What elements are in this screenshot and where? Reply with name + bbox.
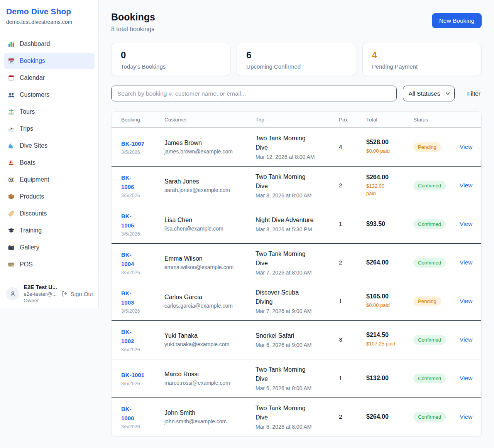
booking-link[interactable]: BK-1001	[121, 371, 144, 380]
sidebar-item-label: Equipment	[20, 176, 49, 183]
user-name: E2E Test U...	[24, 284, 56, 290]
customer-email: james.brown@example.com	[164, 148, 252, 155]
booking-date: 3/5/2026	[121, 270, 161, 275]
status-filter-select[interactable]: All Statuses	[403, 86, 455, 101]
pax-count: 1	[339, 375, 342, 381]
trip-name: Two Tank MorningDive	[255, 134, 336, 152]
total-amount: $132.00	[366, 375, 410, 382]
calendar-icon	[8, 74, 15, 81]
col-header-trip: Trip	[255, 112, 339, 128]
booking-date: 3/5/2026	[121, 308, 161, 314]
customer-name: Marco Rossi	[164, 371, 252, 378]
sidebar-item-customers[interactable]: Customers	[4, 87, 95, 103]
table-row: BK-10003/5/2026John Smithjohn.smith@exam…	[112, 397, 481, 436]
total-amount: $93.50	[366, 221, 410, 227]
view-link[interactable]: View	[460, 143, 472, 150]
table-row: BK-10033/5/2026Carlos Garciacarlos.garci…	[112, 282, 481, 320]
booking-link[interactable]: BK-1005	[121, 212, 134, 230]
sidebar-item-dashboard[interactable]: Dashboard	[4, 36, 95, 52]
sidebar-item-equipment[interactable]: Equipment	[4, 172, 95, 188]
booking-date: 3/5/2026	[121, 193, 161, 198]
customer-name: Lisa Chen	[164, 217, 252, 224]
sidebar-item-calendar[interactable]: Calendar	[4, 70, 95, 86]
trip-name: Snorkel Safari	[255, 331, 336, 340]
sidebar-item-discounts[interactable]: Discounts	[4, 205, 95, 222]
view-link[interactable]: View	[460, 182, 472, 189]
sidebar-item-boats[interactable]: Boats	[4, 155, 95, 171]
col-header-pax: Pax	[339, 112, 366, 128]
customer-name: Yuki Tanaka	[164, 332, 252, 339]
filter-button[interactable]: Filter	[467, 90, 480, 97]
col-header-total: Total	[366, 112, 413, 128]
booking-date: 3/5/2026	[121, 231, 161, 237]
customer-email: lisa.chen@example.com	[164, 226, 252, 232]
pax-count: 3	[339, 336, 342, 343]
sign-out-button[interactable]: Sign Out	[61, 290, 93, 297]
page-subtitle: 8 total bookings	[111, 26, 155, 33]
table-row: BK-10063/5/2026Sarah Jonessarah.jones@ex…	[112, 166, 481, 205]
person-icon	[9, 290, 16, 297]
total-amount: $264.00	[366, 174, 410, 181]
camera-icon	[8, 244, 15, 251]
booking-link[interactable]: BK-1006	[121, 173, 134, 192]
sidebar-item-dive-sites[interactable]: Dive Sites	[4, 138, 95, 154]
view-link[interactable]: View	[460, 413, 472, 420]
view-link[interactable]: View	[460, 259, 472, 266]
total-amount: $214.50	[366, 332, 410, 339]
sidebar-item-label: Gallery	[20, 244, 39, 251]
sidebar-item-gallery[interactable]: Gallery	[4, 239, 95, 256]
status-badge: Pending	[413, 296, 441, 306]
total-amount: $264.00	[366, 259, 410, 266]
sidebar-item-tours[interactable]: Tours	[4, 104, 95, 120]
booking-link[interactable]: BK-1007	[121, 139, 144, 148]
sidebar-item-products[interactable]: Products	[4, 189, 95, 205]
customer-email: marco.rossi@example.com	[164, 380, 252, 386]
app-root: Demo Dive Shop demo.test.divestreams.com…	[0, 0, 494, 448]
paid-amount: $0.00 paid	[366, 302, 410, 309]
booking-link[interactable]: BK-1003	[121, 289, 134, 307]
paid-amount: $107.25 paid	[366, 340, 410, 347]
sidebar-user-section: E2E Test U... e2e-tester@... Owner Sign …	[0, 279, 98, 308]
trip-datetime: Mar 7, 2026 at 8:00 AM	[255, 269, 336, 276]
sidebar-item-label: Dashboard	[20, 40, 50, 47]
trip-datetime: Mar 6, 2026 at 8:00 AM	[255, 424, 336, 430]
trip-datetime: Mar 8, 2026 at 8:00 AM	[255, 192, 336, 199]
page-header: Bookings 8 total bookings New Booking	[111, 12, 482, 33]
dive-mask-icon	[8, 176, 15, 183]
island-icon	[8, 108, 15, 115]
sidebar: Demo Dive Shop demo.test.divestreams.com…	[0, 0, 99, 308]
status-badge: Confirmed	[413, 181, 446, 190]
customer-email: sarah.jones@example.com	[164, 187, 252, 193]
view-link[interactable]: View	[460, 298, 472, 304]
customer-name: Emma Wilson	[164, 255, 252, 262]
new-booking-button[interactable]: New Booking	[432, 13, 482, 28]
view-link[interactable]: View	[460, 221, 472, 227]
sidebar-item-label: Bookings	[20, 57, 45, 64]
sidebar-item-trips[interactable]: Trips	[4, 121, 95, 137]
page-title: Bookings	[111, 12, 155, 23]
booking-link[interactable]: BK-1004	[121, 250, 134, 269]
view-link[interactable]: View	[460, 336, 472, 343]
sidebar-item-label: Tours	[20, 108, 35, 115]
sign-out-label: Sign Out	[71, 291, 93, 297]
trip-name: Night Dive Adventure	[255, 216, 336, 225]
booking-link[interactable]: BK-1002	[121, 327, 134, 346]
booking-date: 3/5/2026	[121, 150, 161, 155]
trip-datetime: Mar 6, 2026 at 8:00 AM	[255, 385, 336, 391]
sidebar-item-pos[interactable]: POS	[4, 256, 95, 273]
tag-icon	[8, 210, 15, 217]
view-link[interactable]: View	[460, 375, 472, 381]
stat-card-pending-payment: 4Pending Payment	[362, 43, 482, 76]
booking-date: 3/5/2026	[121, 424, 161, 429]
customer-name: John Smith	[164, 409, 252, 416]
table-row: BK-10043/5/2026Emma Wilsonemma.wilson@ex…	[112, 243, 481, 282]
sidebar-item-training[interactable]: Training	[4, 222, 95, 239]
sidebar-item-label: POS	[20, 261, 33, 268]
booking-link[interactable]: BK-1000	[121, 404, 134, 423]
trip-name: Two Tank MorningDive	[255, 249, 336, 268]
trip-datetime: Mar 7, 2026 at 9:00 AM	[255, 308, 336, 314]
search-input[interactable]	[111, 86, 397, 101]
sidebar-item-bookings[interactable]: 17Bookings	[4, 53, 95, 69]
stat-label: Today's Bookings	[121, 63, 221, 70]
table-row: BK-10023/5/2026Yuki Tanakayuki.tanaka@ex…	[112, 320, 481, 359]
